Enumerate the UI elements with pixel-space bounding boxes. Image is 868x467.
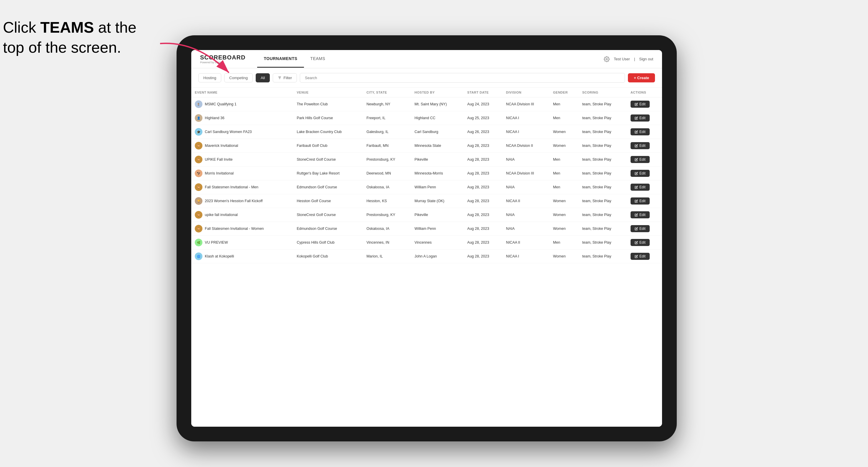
hosted-by-cell: Vincennes xyxy=(411,236,464,250)
edit-button[interactable]: Edit xyxy=(630,101,650,108)
start-date-cell: Aug 26, 2023 xyxy=(464,125,502,139)
edit-button[interactable]: Edit xyxy=(630,197,650,205)
gender-cell: Men xyxy=(550,180,579,194)
event-name: upike fall invitational xyxy=(205,213,238,217)
scoring-cell: team, Stroke Play xyxy=(579,250,627,263)
user-name: Test User xyxy=(614,57,630,61)
venue-cell: Ruttger's Bay Lake Resort xyxy=(293,166,363,180)
table-row: 🌿 VU PREVIEW Cypress Hills Golf Club Vin… xyxy=(191,236,662,250)
scoring-cell: team, Stroke Play xyxy=(579,222,627,236)
event-name-cell: 🎓 Carl Sandburg Women FA23 xyxy=(191,125,293,139)
actions-cell: Edit xyxy=(627,139,662,153)
col-city-state: CITY, STATE xyxy=(363,88,411,97)
city-state-cell: Oskaloosa, IA xyxy=(363,180,411,194)
division-cell: NICAA II xyxy=(502,236,550,250)
team-icon: 🐎 xyxy=(195,183,203,191)
venue-cell: Edmundson Golf Course xyxy=(293,222,363,236)
event-name-cell: 🌀 Klash at Kokopelli xyxy=(191,250,293,263)
team-icon: 🦅 xyxy=(195,169,203,177)
event-name: Morris Invitational xyxy=(205,171,234,176)
edit-button[interactable]: Edit xyxy=(630,142,650,149)
actions-cell: Edit xyxy=(627,97,662,111)
gender-cell: Women xyxy=(550,250,579,263)
table-row: 🐎 upike fall invitational StoneCrest Gol… xyxy=(191,208,662,222)
hosted-by-cell: Pikeville xyxy=(411,153,464,166)
venue-cell: Cypress Hills Golf Club xyxy=(293,236,363,250)
gender-cell: Men xyxy=(550,153,579,166)
hosted-by-cell: Mt. Saint Mary (NY) xyxy=(411,97,464,111)
gender-cell: Women xyxy=(550,139,579,153)
city-state-cell: Oskaloosa, IA xyxy=(363,222,411,236)
filter-icon xyxy=(278,76,282,80)
actions-cell: Edit xyxy=(627,153,662,166)
venue-cell: Lake Bracken Country Club xyxy=(293,125,363,139)
start-date-cell: Aug 28, 2023 xyxy=(464,166,502,180)
scoring-cell: team, Stroke Play xyxy=(579,208,627,222)
nav-separator: | xyxy=(634,57,635,61)
table-row: 🏌 MSMC Qualifying 1 The Powelton Club Ne… xyxy=(191,97,662,111)
team-icon: 🌿 xyxy=(195,239,203,246)
event-name-cell: 🦅 Morris Invitational xyxy=(191,166,293,180)
filter-button[interactable]: Filter xyxy=(273,73,297,83)
start-date-cell: Aug 28, 2023 xyxy=(464,139,502,153)
division-cell: NCAA Division III xyxy=(502,166,550,180)
tab-tournaments[interactable]: TOURNAMENTS xyxy=(257,50,304,68)
venue-cell: StoneCrest Golf Course xyxy=(293,208,363,222)
event-name-cell: 🏌 MSMC Qualifying 1 xyxy=(191,97,293,111)
edit-button[interactable]: Edit xyxy=(630,156,650,163)
city-state-cell: Faribault, MN xyxy=(363,139,411,153)
gender-cell: Women xyxy=(550,194,579,208)
col-actions: ACTIONS xyxy=(627,88,662,97)
team-icon: 🏌 xyxy=(195,100,203,108)
edit-button[interactable]: Edit xyxy=(630,225,650,232)
gear-icon[interactable] xyxy=(604,56,610,62)
pencil-icon xyxy=(635,213,638,217)
table-header-row: EVENT NAME VENUE CITY, STATE HOSTED BY S… xyxy=(191,88,662,97)
nav-bar: SCOREBOARD Powered by clippit TOURNAMENT… xyxy=(191,50,662,68)
actions-cell: Edit xyxy=(627,180,662,194)
sign-out-link[interactable]: Sign out xyxy=(639,57,653,61)
hosted-by-cell: Murray State (OK) xyxy=(411,194,464,208)
scoring-cell: team, Stroke Play xyxy=(579,111,627,125)
search-input[interactable] xyxy=(300,73,625,83)
col-scoring: SCORING xyxy=(579,88,627,97)
event-name-cell: 🐎 upike fall invitational xyxy=(191,208,293,222)
edit-button[interactable]: Edit xyxy=(630,170,650,177)
actions-cell: Edit xyxy=(627,125,662,139)
arrow-indicator xyxy=(135,38,259,91)
city-state-cell: Galesburg, IL xyxy=(363,125,411,139)
col-hosted-by: HOSTED BY xyxy=(411,88,464,97)
event-name: VU PREVIEW xyxy=(205,241,228,245)
edit-button[interactable]: Edit xyxy=(630,211,650,218)
search-box xyxy=(300,73,625,83)
event-name-cell: 🐎 Maverick Invitational xyxy=(191,139,293,153)
create-button[interactable]: + Create xyxy=(628,73,655,83)
hosted-by-cell: William Penn xyxy=(411,180,464,194)
edit-button[interactable]: Edit xyxy=(630,239,650,246)
division-cell: NICAA I xyxy=(502,111,550,125)
scoring-cell: team, Stroke Play xyxy=(579,194,627,208)
division-cell: NICAA II xyxy=(502,194,550,208)
actions-cell: Edit xyxy=(627,250,662,263)
division-cell: NICAA I xyxy=(502,250,550,263)
scoring-cell: team, Stroke Play xyxy=(579,236,627,250)
edit-button[interactable]: Edit xyxy=(630,115,650,122)
edit-button[interactable]: Edit xyxy=(630,253,650,260)
actions-cell: Edit xyxy=(627,222,662,236)
edit-button[interactable]: Edit xyxy=(630,128,650,135)
venue-cell: Edmundson Golf Course xyxy=(293,180,363,194)
event-name: Fall Statesmen Invitational - Women xyxy=(205,226,264,231)
tab-teams[interactable]: TEAMS xyxy=(304,50,332,68)
division-cell: NAIA xyxy=(502,180,550,194)
event-name: MSMC Qualifying 1 xyxy=(205,102,237,106)
pencil-icon xyxy=(635,130,638,133)
hosted-by-cell: Minnesota State xyxy=(411,139,464,153)
city-state-cell: Freeport, IL xyxy=(363,111,411,125)
start-date-cell: Aug 28, 2023 xyxy=(464,236,502,250)
edit-button[interactable]: Edit xyxy=(630,184,650,191)
city-state-cell: Prestonsburg, KY xyxy=(363,208,411,222)
scoring-cell: team, Stroke Play xyxy=(579,166,627,180)
scoring-cell: team, Stroke Play xyxy=(579,139,627,153)
event-name: Carl Sandburg Women FA23 xyxy=(205,130,252,134)
pencil-icon xyxy=(635,199,638,203)
